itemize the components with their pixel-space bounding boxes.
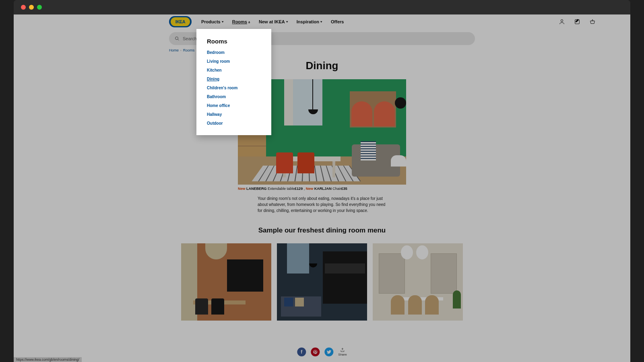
window-maximize-icon[interactable] [37,5,42,10]
nav-offers[interactable]: Offers [331,19,344,24]
breadcrumb-home[interactable]: Home [169,48,179,52]
dropdown-item-childrens-room[interactable]: Children's room [207,86,261,90]
page-title: Dining [14,60,630,72]
room-card[interactable] [277,243,367,321]
dropdown-item-outdoor[interactable]: Outdoor [207,121,261,125]
search-icon [175,36,180,41]
window-titlebar [14,0,630,14]
section-heading: Sample our freshest dining room menu [14,226,630,234]
window-minimize-icon[interactable] [29,5,34,10]
card-grid [181,243,463,321]
basket-icon[interactable] [589,19,596,25]
logo[interactable]: IKEA [169,16,192,27]
dropdown-item-hallway[interactable]: Hallway [207,112,261,117]
rooms-dropdown: Rooms Bedroom Living room Kitchen Dining… [196,29,271,135]
breadcrumb-rooms[interactable]: Rooms [183,48,195,52]
room-card[interactable] [373,243,463,321]
share-button[interactable]: Share [338,348,347,356]
hero-caption: New LANEBERG Extendable table£129 , New … [238,187,406,191]
site-header: IKEA Products▾ Rooms▴ New at IKEA▾ Inspi… [14,14,630,29]
share-bar: f Share [297,348,347,356]
dropdown-item-living-room[interactable]: Living room [207,59,261,64]
dropdown-item-bedroom[interactable]: Bedroom [207,50,261,55]
window-close-icon[interactable] [21,5,26,10]
nav-products[interactable]: Products▾ [201,19,223,24]
nav-rooms[interactable]: Rooms▴ [232,19,250,24]
account-icon[interactable] [559,19,565,25]
share-icon [340,348,345,353]
page-viewport: IKEA Products▾ Rooms▴ New at IKEA▾ Inspi… [14,14,630,362]
svg-point-2 [175,37,178,40]
dropdown-item-home-office[interactable]: Home office [207,103,261,108]
lead-paragraph: Your dining room's not only about eating… [258,195,386,214]
chevron-down-icon: ▾ [320,21,322,23]
browser-window: IKEA Products▾ Rooms▴ New at IKEA▾ Inspi… [14,0,630,362]
chevron-down-icon: ▾ [286,21,288,23]
room-card[interactable] [181,243,271,321]
twitter-share-button[interactable] [324,348,333,356]
dropdown-title: Rooms [207,38,261,45]
dropdown-item-kitchen[interactable]: Kitchen [207,68,261,72]
nav-inspiration[interactable]: Inspiration▾ [297,19,322,24]
dropdown-list: Bedroom Living room Kitchen Dining Child… [207,50,261,125]
nav-new-at-ikea[interactable]: New at IKEA▾ [259,19,288,24]
facebook-share-button[interactable]: f [297,348,306,356]
chevron-down-icon: ▾ [222,21,223,23]
status-bar-url: https://www.ikea.com/gb/en/rooms/dining/ [14,357,82,362]
chevron-right-icon: › [180,49,182,52]
pinterest-share-button[interactable] [311,348,320,356]
chevron-up-icon: ▴ [248,21,250,23]
edit-icon[interactable] [574,19,580,25]
svg-line-3 [178,39,179,41]
logo-text: IKEA [171,17,190,26]
dropdown-item-dining[interactable]: Dining [207,77,261,81]
dropdown-item-bathroom[interactable]: Bathroom [207,95,261,99]
svg-point-0 [561,20,563,22]
main-nav: Products▾ Rooms▴ New at IKEA▾ Inspiratio… [201,19,344,24]
